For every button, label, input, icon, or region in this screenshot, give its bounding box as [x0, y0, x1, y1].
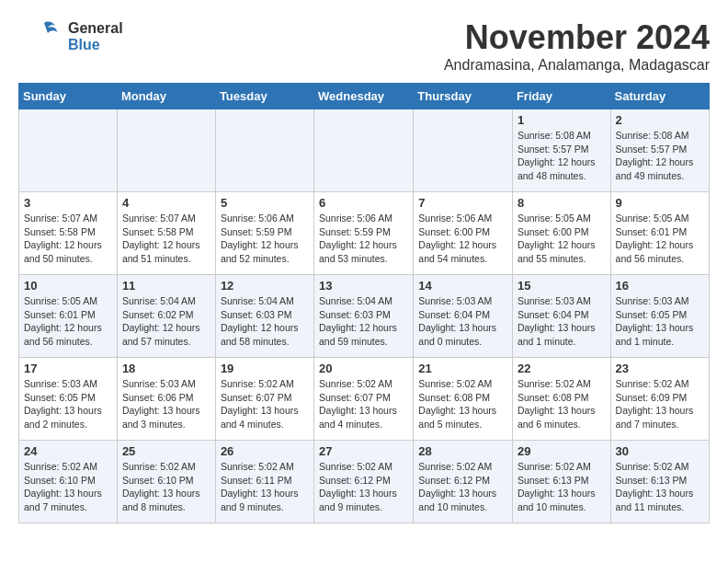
day-number: 28	[418, 444, 507, 458]
week-row-3: 10Sunrise: 5:05 AM Sunset: 6:01 PM Dayli…	[19, 275, 710, 358]
calendar-cell: 5Sunrise: 5:06 AM Sunset: 5:59 PM Daylig…	[215, 192, 313, 275]
day-info: Sunrise: 5:06 AM Sunset: 6:00 PM Dayligh…	[418, 212, 507, 266]
calendar-cell: 21Sunrise: 5:02 AM Sunset: 6:08 PM Dayli…	[414, 358, 513, 441]
day-number: 2	[616, 113, 704, 127]
calendar-cell: 9Sunrise: 5:05 AM Sunset: 6:01 PM Daylig…	[610, 192, 709, 275]
header-cell-tuesday: Tuesday	[215, 84, 313, 109]
day-info: Sunrise: 5:02 AM Sunset: 6:07 PM Dayligh…	[221, 377, 309, 431]
calendar-cell	[215, 109, 313, 192]
title-area: November 2024 Andramasina, Analamanga, M…	[444, 18, 710, 74]
month-title: November 2024	[444, 18, 710, 57]
calendar-cell: 3Sunrise: 5:07 AM Sunset: 5:58 PM Daylig…	[19, 192, 118, 275]
day-info: Sunrise: 5:05 AM Sunset: 6:01 PM Dayligh…	[24, 294, 112, 349]
day-number: 23	[616, 362, 704, 375]
calendar-cell: 16Sunrise: 5:03 AM Sunset: 6:05 PM Dayli…	[610, 275, 709, 358]
day-info: Sunrise: 5:02 AM Sunset: 6:07 PM Dayligh…	[319, 377, 408, 431]
calendar-cell: 29Sunrise: 5:02 AM Sunset: 6:13 PM Dayli…	[512, 441, 610, 523]
day-info: Sunrise: 5:03 AM Sunset: 6:05 PM Dayligh…	[616, 294, 704, 349]
day-info: Sunrise: 5:02 AM Sunset: 6:08 PM Dayligh…	[418, 377, 507, 431]
calendar-cell	[117, 109, 215, 192]
calendar-cell: 1Sunrise: 5:08 AM Sunset: 5:57 PM Daylig…	[512, 109, 610, 192]
calendar-cell: 27Sunrise: 5:02 AM Sunset: 6:12 PM Dayli…	[314, 441, 414, 523]
calendar-cell: 23Sunrise: 5:02 AM Sunset: 6:09 PM Dayli…	[610, 358, 709, 441]
logo-svg	[18, 18, 64, 55]
header-row: SundayMondayTuesdayWednesdayThursdayFrid…	[19, 84, 710, 109]
day-number: 9	[616, 196, 704, 210]
week-row-1: 1Sunrise: 5:08 AM Sunset: 5:57 PM Daylig…	[19, 109, 710, 192]
calendar-cell: 19Sunrise: 5:02 AM Sunset: 6:07 PM Dayli…	[215, 358, 313, 441]
day-number: 18	[122, 362, 210, 375]
calendar-cell: 22Sunrise: 5:02 AM Sunset: 6:08 PM Dayli…	[512, 358, 610, 441]
logo: GeneralBlue	[18, 18, 123, 55]
header-cell-sunday: Sunday	[19, 84, 118, 109]
day-number: 16	[616, 279, 704, 293]
calendar-cell: 14Sunrise: 5:03 AM Sunset: 6:04 PM Dayli…	[414, 275, 513, 358]
calendar-cell: 4Sunrise: 5:07 AM Sunset: 5:58 PM Daylig…	[117, 192, 215, 275]
day-info: Sunrise: 5:02 AM Sunset: 6:12 PM Dayligh…	[418, 460, 507, 514]
day-info: Sunrise: 5:06 AM Sunset: 5:59 PM Dayligh…	[319, 212, 408, 266]
day-info: Sunrise: 5:04 AM Sunset: 6:02 PM Dayligh…	[122, 294, 210, 349]
calendar-cell: 12Sunrise: 5:04 AM Sunset: 6:03 PM Dayli…	[215, 275, 313, 358]
day-info: Sunrise: 5:02 AM Sunset: 6:13 PM Dayligh…	[518, 460, 606, 514]
day-number: 20	[319, 362, 408, 375]
calendar-cell: 11Sunrise: 5:04 AM Sunset: 6:02 PM Dayli…	[117, 275, 215, 358]
location-title: Andramasina, Analamanga, Madagascar	[444, 57, 710, 74]
day-info: Sunrise: 5:06 AM Sunset: 5:59 PM Dayligh…	[221, 212, 309, 266]
calendar-table: SundayMondayTuesdayWednesdayThursdayFrid…	[18, 83, 710, 523]
week-row-4: 17Sunrise: 5:03 AM Sunset: 6:05 PM Dayli…	[19, 358, 710, 441]
calendar-cell: 17Sunrise: 5:03 AM Sunset: 6:05 PM Dayli…	[19, 358, 118, 441]
day-info: Sunrise: 5:02 AM Sunset: 6:12 PM Dayligh…	[319, 460, 408, 514]
day-info: Sunrise: 5:08 AM Sunset: 5:57 PM Dayligh…	[518, 129, 606, 183]
calendar-cell: 20Sunrise: 5:02 AM Sunset: 6:07 PM Dayli…	[314, 358, 414, 441]
logo-text: GeneralBlue	[68, 20, 123, 52]
day-number: 13	[319, 279, 408, 293]
day-info: Sunrise: 5:02 AM Sunset: 6:10 PM Dayligh…	[122, 460, 210, 514]
calendar-cell: 26Sunrise: 5:02 AM Sunset: 6:11 PM Dayli…	[215, 441, 313, 523]
day-number: 19	[221, 362, 309, 375]
day-number: 6	[319, 196, 408, 210]
day-info: Sunrise: 5:03 AM Sunset: 6:06 PM Dayligh…	[122, 377, 210, 431]
day-number: 17	[24, 362, 112, 375]
day-number: 29	[518, 444, 606, 458]
day-info: Sunrise: 5:02 AM Sunset: 6:13 PM Dayligh…	[616, 460, 704, 514]
day-info: Sunrise: 5:03 AM Sunset: 6:05 PM Dayligh…	[24, 377, 112, 431]
day-number: 27	[319, 444, 408, 458]
day-number: 26	[221, 444, 309, 458]
calendar-cell: 28Sunrise: 5:02 AM Sunset: 6:12 PM Dayli…	[414, 441, 513, 523]
day-info: Sunrise: 5:05 AM Sunset: 6:01 PM Dayligh…	[616, 212, 704, 266]
calendar-cell: 8Sunrise: 5:05 AM Sunset: 6:00 PM Daylig…	[512, 192, 610, 275]
day-number: 11	[122, 279, 210, 293]
day-number: 5	[221, 196, 309, 210]
day-info: Sunrise: 5:04 AM Sunset: 6:03 PM Dayligh…	[221, 294, 309, 349]
week-row-5: 24Sunrise: 5:02 AM Sunset: 6:10 PM Dayli…	[19, 441, 710, 523]
day-info: Sunrise: 5:02 AM Sunset: 6:09 PM Dayligh…	[616, 377, 704, 431]
day-info: Sunrise: 5:02 AM Sunset: 6:08 PM Dayligh…	[518, 377, 606, 431]
day-number: 4	[122, 196, 210, 210]
header-cell-thursday: Thursday	[414, 84, 513, 109]
week-row-2: 3Sunrise: 5:07 AM Sunset: 5:58 PM Daylig…	[19, 192, 710, 275]
calendar-cell: 24Sunrise: 5:02 AM Sunset: 6:10 PM Dayli…	[19, 441, 118, 523]
day-info: Sunrise: 5:07 AM Sunset: 5:58 PM Dayligh…	[122, 212, 210, 266]
calendar-cell: 2Sunrise: 5:08 AM Sunset: 5:57 PM Daylig…	[610, 109, 709, 192]
calendar-cell: 13Sunrise: 5:04 AM Sunset: 6:03 PM Dayli…	[314, 275, 414, 358]
calendar-cell	[314, 109, 414, 192]
day-number: 14	[418, 279, 507, 293]
day-number: 7	[418, 196, 507, 210]
day-info: Sunrise: 5:02 AM Sunset: 6:10 PM Dayligh…	[24, 460, 112, 514]
calendar-cell: 25Sunrise: 5:02 AM Sunset: 6:10 PM Dayli…	[117, 441, 215, 523]
calendar-cell: 18Sunrise: 5:03 AM Sunset: 6:06 PM Dayli…	[117, 358, 215, 441]
calendar-cell: 7Sunrise: 5:06 AM Sunset: 6:00 PM Daylig…	[414, 192, 513, 275]
day-number: 25	[122, 444, 210, 458]
calendar-cell: 6Sunrise: 5:06 AM Sunset: 5:59 PM Daylig…	[314, 192, 414, 275]
day-info: Sunrise: 5:03 AM Sunset: 6:04 PM Dayligh…	[418, 294, 507, 349]
header-cell-friday: Friday	[512, 84, 610, 109]
day-number: 24	[24, 444, 112, 458]
day-info: Sunrise: 5:04 AM Sunset: 6:03 PM Dayligh…	[319, 294, 408, 349]
day-info: Sunrise: 5:05 AM Sunset: 6:00 PM Dayligh…	[518, 212, 606, 266]
header: GeneralBlue November 2024 Andramasina, A…	[18, 18, 710, 74]
calendar-cell: 15Sunrise: 5:03 AM Sunset: 6:04 PM Dayli…	[512, 275, 610, 358]
day-number: 15	[518, 279, 606, 293]
calendar-cell: 30Sunrise: 5:02 AM Sunset: 6:13 PM Dayli…	[610, 441, 709, 523]
day-number: 8	[518, 196, 606, 210]
day-info: Sunrise: 5:08 AM Sunset: 5:57 PM Dayligh…	[616, 129, 704, 183]
